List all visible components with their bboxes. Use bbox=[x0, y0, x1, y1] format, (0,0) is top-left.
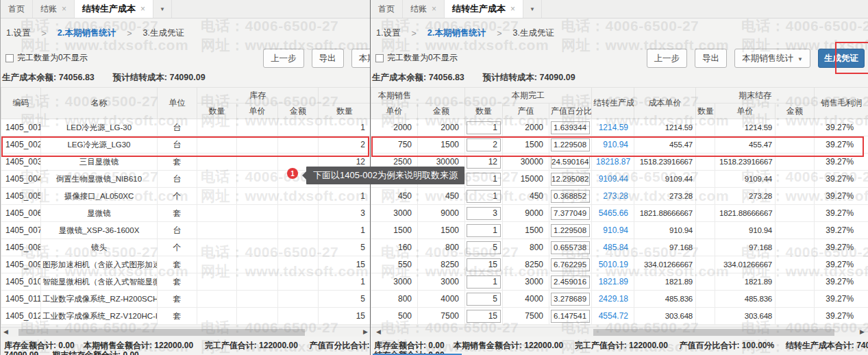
col-header-end-amount[interactable]: 金额 bbox=[776, 103, 815, 119]
col-header-name[interactable]: 名称 bbox=[41, 88, 158, 119]
table-row[interactable]: 2000 2000 2000 1.639344 1214.59 1214.59 … bbox=[371, 119, 868, 136]
cell-carry-cost-link[interactable]: 910.94 bbox=[592, 136, 634, 154]
horizontal-scrollbar[interactable]: ◀ ▶ bbox=[1, 327, 370, 336]
scroll-left-icon[interactable]: ◀ bbox=[3, 328, 8, 335]
table-row[interactable]: 1405_009 图形加速相机（含嵌入式图形加速... 套 15 bbox=[1, 256, 371, 273]
done-qty-input[interactable] bbox=[467, 224, 501, 237]
done-qty-input[interactable] bbox=[467, 156, 501, 169]
table-row[interactable]: 1405_005 摄像接口_AL050XC 个 1 bbox=[1, 188, 371, 205]
col-header-done-qty[interactable]: 数量 bbox=[465, 103, 503, 119]
cell-carry-cost-link[interactable]: 18218.87 bbox=[592, 154, 634, 171]
col-header-output-value[interactable]: 产值 bbox=[503, 103, 549, 119]
scroll-left-icon[interactable]: ◀ bbox=[376, 328, 381, 335]
cell-carry-cost-link[interactable]: 1214.59 bbox=[592, 119, 634, 136]
col-header-stock-price[interactable]: 单价 bbox=[237, 103, 278, 119]
done-qty-input[interactable] bbox=[467, 310, 501, 323]
col-header-end-price[interactable]: 单价 bbox=[715, 103, 776, 119]
table-row[interactable]: 1500 1500 1500 1.229508 910.94 910.94 91… bbox=[371, 222, 868, 239]
cell-carry-cost-link[interactable]: 4554.72 bbox=[592, 308, 634, 325]
col-header-sale-price[interactable]: 单价 bbox=[371, 103, 418, 119]
tab-carry-cost[interactable]: 结转生产成本× bbox=[75, 0, 153, 18]
col-header-cost-price[interactable]: 成本单价 bbox=[634, 88, 696, 119]
col-header-sale-amount[interactable]: 金额 bbox=[418, 103, 465, 119]
export-button[interactable]: 导出 bbox=[695, 49, 727, 68]
close-icon[interactable]: × bbox=[432, 4, 436, 14]
export-button[interactable]: 导出 bbox=[312, 49, 344, 68]
col-header-sale-qty[interactable]: 数量 bbox=[319, 103, 370, 119]
tab-overflow-button[interactable]: ▼ bbox=[523, 0, 542, 18]
cell-carry-cost-link[interactable]: 9109.44 bbox=[592, 171, 634, 188]
col-header-gross-margin[interactable]: 销售毛利润 bbox=[815, 88, 868, 119]
done-qty-input[interactable] bbox=[467, 258, 501, 271]
done-qty-input[interactable] bbox=[467, 173, 501, 186]
cell-carry-cost-link[interactable]: 2429.18 bbox=[592, 291, 634, 308]
close-icon[interactable]: × bbox=[62, 4, 66, 14]
close-icon[interactable]: × bbox=[140, 4, 145, 14]
table-row[interactable]: 1405_008 镜头 个 5 bbox=[1, 239, 371, 256]
table-row[interactable]: 1405_011 工业数字成像系统_RZ-H200SCH-II 套 5 bbox=[1, 291, 371, 308]
table-row[interactable]: 1405_002 LEG冷光源_LG30 台 2 bbox=[1, 136, 371, 154]
tab-carry-cost[interactable]: 结转生产成本× bbox=[445, 0, 523, 18]
close-icon[interactable]: × bbox=[510, 4, 515, 14]
table-row[interactable]: 1405_007 显微镜_XSP-36-1600X 台 1 bbox=[1, 222, 371, 239]
scroll-right-icon[interactable]: ▶ bbox=[860, 328, 865, 335]
done-qty-input[interactable] bbox=[467, 293, 501, 306]
tab-closing[interactable]: 结账× bbox=[403, 0, 445, 18]
scrollbar-thumb[interactable] bbox=[593, 329, 834, 336]
table-row[interactable]: 160 800 800 0.655738 485.84 97.168 97.16… bbox=[371, 239, 868, 256]
table-row[interactable]: 800 4000 4000 3.278689 2429.18 485.836 4… bbox=[371, 291, 868, 308]
done-qty-input[interactable] bbox=[467, 121, 501, 134]
sales-stat-dropdown-button[interactable]: 本期销售统计▼ bbox=[734, 49, 810, 68]
col-header-carry-cost[interactable]: 结转生产成本 bbox=[592, 88, 634, 119]
step-setup[interactable]: 1.设置 bbox=[6, 27, 30, 39]
generate-voucher-button[interactable]: 生成凭证 bbox=[818, 49, 865, 68]
step-generate-voucher[interactable]: 3.生成凭证 bbox=[143, 27, 184, 39]
table-row[interactable]: 1405_010 智能显微相机（含嵌入式智能显微... 套 1 bbox=[1, 273, 371, 291]
table-row[interactable]: 500 7500 7500 6.147541 4554.72 303.648 3… bbox=[371, 308, 868, 325]
done-qty-input[interactable] bbox=[467, 138, 501, 151]
table-row[interactable]: 1405_006 显微镜 套 3 bbox=[1, 205, 371, 222]
tab-home[interactable]: 首页 bbox=[371, 0, 403, 18]
table-row[interactable]: 1405_001 LED冷光源_LG-30 台 1 bbox=[1, 119, 371, 136]
hide-zero-checkbox[interactable] bbox=[375, 54, 384, 62]
hide-zero-checkbox[interactable] bbox=[5, 54, 14, 62]
horizontal-scrollbar[interactable]: ◀ ▶ bbox=[371, 327, 868, 336]
table-row[interactable]: 3000 9000 9000 7.377049 5465.66 1821.886… bbox=[371, 205, 868, 222]
scrollbar-thumb[interactable] bbox=[18, 329, 305, 336]
done-qty-input[interactable] bbox=[467, 241, 501, 254]
prev-step-button[interactable]: 上一步 bbox=[263, 49, 304, 68]
step-sales-stat[interactable]: 2.本期销售统计 bbox=[58, 27, 116, 39]
cell-gross-margin: 39.27% bbox=[815, 273, 868, 291]
step-setup[interactable]: 1.设置 bbox=[376, 27, 400, 39]
cell-done-qty bbox=[465, 222, 503, 239]
tab-home[interactable]: 首页 bbox=[1, 0, 33, 18]
cell-carry-cost-link[interactable]: 1821.89 bbox=[592, 273, 634, 291]
done-qty-input[interactable] bbox=[467, 207, 501, 220]
table-row[interactable]: 550 8250 8250 6.762295 5010.19 334.01266… bbox=[371, 256, 868, 273]
col-header-output-percent[interactable]: 产值百分比 bbox=[549, 103, 592, 119]
tab-closing[interactable]: 结账× bbox=[33, 0, 75, 18]
cell-carry-cost-link[interactable]: 5465.66 bbox=[592, 205, 634, 222]
cell-carry-cost-link[interactable]: 910.94 bbox=[592, 222, 634, 239]
col-header-stock-amount[interactable]: 金额 bbox=[278, 103, 319, 119]
sales-stat-dropdown-button[interactable]: 本期销售统计▼ bbox=[351, 49, 371, 68]
table-row[interactable]: 750 1500 1500 1.229508 910.94 455.47 455… bbox=[371, 136, 868, 154]
cell-carry-cost-link[interactable]: 5010.19 bbox=[592, 256, 634, 273]
cell-carry-cost-link[interactable]: 273.28 bbox=[592, 188, 634, 205]
done-qty-input[interactable] bbox=[467, 276, 501, 289]
table-row[interactable]: 450 450 450 0.368852 273.28 273.28 273.2… bbox=[371, 188, 868, 205]
table-row[interactable]: 3000 3000 3000 2.459016 1821.89 1821.89 … bbox=[371, 273, 868, 291]
cell-carry-cost-link[interactable]: 485.84 bbox=[592, 239, 634, 256]
tab-overflow-button[interactable]: ▼ bbox=[153, 0, 172, 18]
scroll-right-icon[interactable]: ▶ bbox=[363, 328, 368, 335]
col-header-end-qty[interactable]: 数量 bbox=[696, 103, 715, 119]
col-header-code[interactable]: 编码 bbox=[1, 88, 41, 119]
col-header-unit[interactable]: 单位 bbox=[158, 88, 197, 119]
step-generate-voucher[interactable]: 3.生成凭证 bbox=[513, 27, 554, 39]
done-qty-input[interactable] bbox=[467, 190, 501, 203]
toolbar-buttons: 上一步 导出 本期销售统计▼ 生成凭证 bbox=[647, 48, 865, 68]
step-sales-stat[interactable]: 2.本期销售统计 bbox=[427, 27, 486, 39]
prev-step-button[interactable]: 上一步 bbox=[647, 49, 688, 68]
table-row[interactable]: 1405_012 工业数字成像系统_RZ-V120HC-II 套 15 bbox=[1, 308, 371, 325]
col-header-stock-qty[interactable]: 数量 bbox=[197, 103, 237, 119]
